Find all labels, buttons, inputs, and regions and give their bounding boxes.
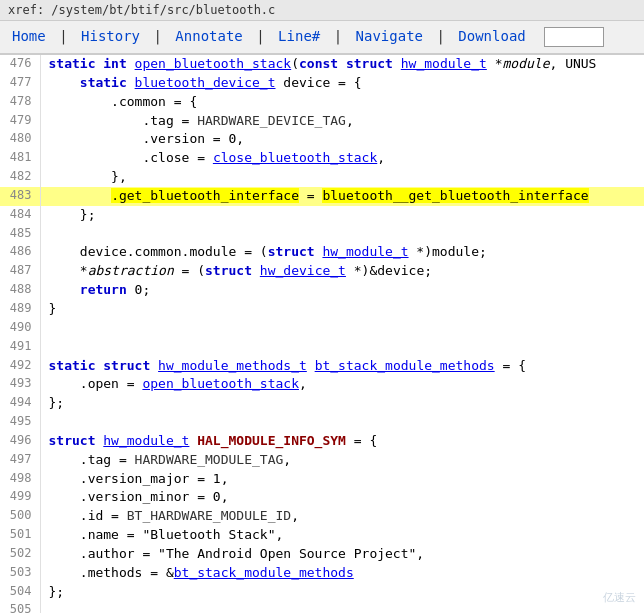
- line-number[interactable]: 492: [0, 357, 40, 376]
- table-row: 494};: [0, 394, 644, 413]
- line-number[interactable]: 497: [0, 451, 40, 470]
- code-line: };: [40, 583, 644, 602]
- code-line: return 0;: [40, 281, 644, 300]
- code-line: [40, 601, 644, 613]
- table-row: 480 .version = 0,: [0, 130, 644, 149]
- table-row: 484 };: [0, 206, 644, 225]
- nav-navigate[interactable]: Navigate: [356, 28, 423, 44]
- table-row: 481 .close = close_bluetooth_stack,: [0, 149, 644, 168]
- line-number[interactable]: 484: [0, 206, 40, 225]
- line-number[interactable]: 501: [0, 526, 40, 545]
- code-line: .version_major = 1,: [40, 470, 644, 489]
- code-line: .open = open_bluetooth_stack,: [40, 375, 644, 394]
- table-row: 505: [0, 601, 644, 613]
- code-line: [40, 225, 644, 244]
- table-row: 488 return 0;: [0, 281, 644, 300]
- table-row: 493 .open = open_bluetooth_stack,: [0, 375, 644, 394]
- line-number[interactable]: 500: [0, 507, 40, 526]
- code-line: .version_minor = 0,: [40, 488, 644, 507]
- table-row: 495: [0, 413, 644, 432]
- table-row: 501 .name = "Bluetooth Stack",: [0, 526, 644, 545]
- line-number[interactable]: 495: [0, 413, 40, 432]
- line-number[interactable]: 491: [0, 338, 40, 357]
- code-line: .id = BT_HARDWARE_MODULE_ID,: [40, 507, 644, 526]
- code-line: [40, 413, 644, 432]
- code-line: [40, 319, 644, 338]
- watermark: 亿速云: [603, 590, 636, 605]
- code-line: .close = close_bluetooth_stack,: [40, 149, 644, 168]
- line-number[interactable]: 493: [0, 375, 40, 394]
- table-row: 483 .get_bluetooth_interface = bluetooth…: [0, 187, 644, 206]
- line-number[interactable]: 498: [0, 470, 40, 489]
- line-number[interactable]: 486: [0, 243, 40, 262]
- code-line: };: [40, 394, 644, 413]
- table-row: 503 .methods = &bt_stack_module_methods: [0, 564, 644, 583]
- table-row: 486 device.common.module = (struct hw_mo…: [0, 243, 644, 262]
- code-line: .tag = HARDWARE_DEVICE_TAG,: [40, 112, 644, 131]
- code-line: *abstraction = (struct hw_device_t *)&de…: [40, 262, 644, 281]
- table-row: 478 .common = {: [0, 93, 644, 112]
- line-number[interactable]: 503: [0, 564, 40, 583]
- line-number[interactable]: 505: [0, 601, 40, 613]
- nav-history[interactable]: History: [81, 28, 140, 44]
- search-input[interactable]: [544, 27, 604, 47]
- line-number[interactable]: 487: [0, 262, 40, 281]
- table-row: 491: [0, 338, 644, 357]
- line-number[interactable]: 504: [0, 583, 40, 602]
- line-number[interactable]: 482: [0, 168, 40, 187]
- table-row: 492static struct hw_module_methods_t bt_…: [0, 357, 644, 376]
- code-line: .common = {: [40, 93, 644, 112]
- code-line: static struct hw_module_methods_t bt_sta…: [40, 357, 644, 376]
- table-row: 497 .tag = HARDWARE_MODULE_TAG,: [0, 451, 644, 470]
- line-number[interactable]: 499: [0, 488, 40, 507]
- line-number[interactable]: 489: [0, 300, 40, 319]
- code-line: }: [40, 300, 644, 319]
- code-line: .get_bluetooth_interface = bluetooth__ge…: [40, 187, 644, 206]
- line-number[interactable]: 483: [0, 187, 40, 206]
- nav-annotate[interactable]: Annotate: [175, 28, 242, 44]
- code-line: .name = "Bluetooth Stack",: [40, 526, 644, 545]
- table-row: 476static int open_bluetooth_stack(const…: [0, 55, 644, 74]
- line-number[interactable]: 478: [0, 93, 40, 112]
- code-line: .methods = &bt_stack_module_methods: [40, 564, 644, 583]
- table-row: 500 .id = BT_HARDWARE_MODULE_ID,: [0, 507, 644, 526]
- nav-download[interactable]: Download: [458, 28, 525, 44]
- table-row: 496struct hw_module_t HAL_MODULE_INFO_SY…: [0, 432, 644, 451]
- nav-lineno[interactable]: Line#: [278, 28, 320, 44]
- line-number[interactable]: 477: [0, 74, 40, 93]
- table-row: 482 },: [0, 168, 644, 187]
- code-line: .version = 0,: [40, 130, 644, 149]
- line-number[interactable]: 485: [0, 225, 40, 244]
- code-line: };: [40, 206, 644, 225]
- table-row: 490: [0, 319, 644, 338]
- table-row: 487 *abstraction = (struct hw_device_t *…: [0, 262, 644, 281]
- table-row: 502 .author = "The Android Open Source P…: [0, 545, 644, 564]
- line-number[interactable]: 494: [0, 394, 40, 413]
- line-number[interactable]: 490: [0, 319, 40, 338]
- table-row: 489}: [0, 300, 644, 319]
- table-row: 485: [0, 225, 644, 244]
- code-line: .tag = HARDWARE_MODULE_TAG,: [40, 451, 644, 470]
- table-row: 477 static bluetooth_device_t device = {: [0, 74, 644, 93]
- table-row: 479 .tag = HARDWARE_DEVICE_TAG,: [0, 112, 644, 131]
- code-table: 476static int open_bluetooth_stack(const…: [0, 55, 644, 613]
- nav-home[interactable]: Home: [12, 28, 46, 44]
- code-line: device.common.module = (struct hw_module…: [40, 243, 644, 262]
- table-row: 499 .version_minor = 0,: [0, 488, 644, 507]
- line-number[interactable]: 496: [0, 432, 40, 451]
- line-number[interactable]: 488: [0, 281, 40, 300]
- code-line: .author = "The Android Open Source Proje…: [40, 545, 644, 564]
- line-number[interactable]: 479: [0, 112, 40, 131]
- code-line: },: [40, 168, 644, 187]
- line-number[interactable]: 481: [0, 149, 40, 168]
- line-number[interactable]: 502: [0, 545, 40, 564]
- code-area: 476static int open_bluetooth_stack(const…: [0, 55, 644, 613]
- table-row: 504};: [0, 583, 644, 602]
- line-number[interactable]: 480: [0, 130, 40, 149]
- line-number[interactable]: 476: [0, 55, 40, 74]
- code-line: static bluetooth_device_t device = {: [40, 74, 644, 93]
- code-line: static int open_bluetooth_stack(const st…: [40, 55, 644, 74]
- code-line: [40, 338, 644, 357]
- xref-path: xref: /system/bt/btif/src/bluetooth.c: [0, 0, 644, 21]
- code-line: struct hw_module_t HAL_MODULE_INFO_SYM =…: [40, 432, 644, 451]
